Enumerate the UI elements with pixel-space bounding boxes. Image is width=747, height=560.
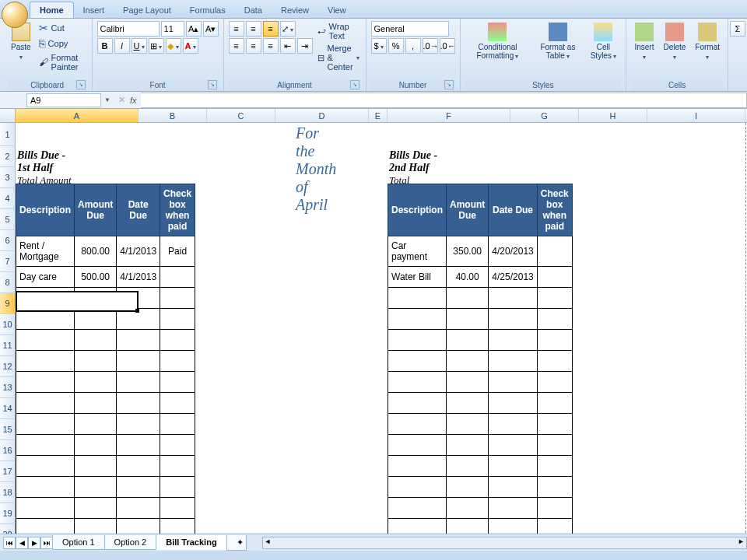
table-cell[interactable] (489, 393, 537, 414)
table-cell[interactable] (117, 372, 160, 393)
font-size-select[interactable] (161, 21, 184, 37)
row-header-11[interactable]: 11 (0, 335, 16, 356)
table-cell[interactable] (160, 267, 195, 288)
fx-label[interactable]: fx (130, 96, 137, 105)
col-header-g[interactable]: G (510, 109, 579, 122)
align-middle-button[interactable]: ≡ (246, 21, 261, 37)
table-cell[interactable] (117, 435, 160, 456)
row-header-6[interactable]: 6 (0, 230, 16, 251)
table-cell[interactable] (75, 372, 117, 393)
table-cell[interactable] (16, 372, 75, 393)
tab-home[interactable]: Home (30, 2, 74, 18)
sheet-nav-first[interactable]: ⏮ (3, 537, 16, 549)
table-cell[interactable] (75, 456, 117, 477)
table-cell[interactable] (537, 309, 572, 330)
table-cell[interactable] (489, 498, 537, 519)
fill-color-button[interactable]: ◆ (166, 38, 181, 54)
row-header-5[interactable]: 5 (0, 209, 16, 230)
col-header-i[interactable]: I (647, 109, 745, 122)
align-right-button[interactable]: ≡ (263, 38, 279, 54)
table-cell[interactable] (117, 477, 160, 498)
table-cell[interactable] (489, 414, 537, 435)
table-cell[interactable] (537, 236, 572, 267)
row-header-12[interactable]: 12 (0, 356, 16, 377)
table-cell[interactable] (117, 351, 160, 372)
table-cell[interactable]: 4/20/2013 (489, 236, 537, 267)
table-cell[interactable] (388, 393, 447, 414)
col-header-d[interactable]: D (275, 109, 369, 122)
underline-button[interactable]: U (132, 38, 147, 54)
table-cell[interactable] (75, 498, 117, 519)
table-cell[interactable] (117, 456, 160, 477)
row-header-18[interactable]: 18 (0, 482, 16, 503)
spreadsheet-grid[interactable]: ABCDEFGHI 123456789101112131415161718192… (0, 109, 747, 544)
table-cell[interactable] (489, 309, 537, 330)
conditional-formatting-button[interactable]: Conditional Formatting (465, 21, 531, 62)
table-cell[interactable] (75, 435, 117, 456)
tab-data[interactable]: Data (235, 2, 272, 18)
col-header-c[interactable]: C (207, 109, 275, 122)
format-painter-button[interactable]: Format Painter (37, 52, 87, 72)
table-cell[interactable]: 500.00 (75, 267, 117, 288)
table-cell[interactable] (160, 330, 195, 351)
align-center-button[interactable]: ≡ (246, 38, 261, 54)
copy-button[interactable]: Copy (37, 37, 87, 51)
table-cell[interactable] (537, 288, 572, 309)
table-cell[interactable] (117, 393, 160, 414)
table-cell[interactable] (537, 351, 572, 372)
increase-indent-button[interactable]: ⇥ (297, 38, 313, 54)
row-header-4[interactable]: 4 (0, 188, 16, 209)
increase-decimal-button[interactable]: .0→ (423, 38, 438, 54)
table-cell[interactable] (537, 372, 572, 393)
table-cell[interactable] (160, 351, 195, 372)
table-cell[interactable] (489, 456, 537, 477)
table-cell[interactable] (160, 477, 195, 498)
table-cell[interactable]: 800.00 (75, 236, 117, 267)
table-cell[interactable] (489, 288, 537, 309)
align-bottom-button[interactable]: ≡ (263, 21, 279, 37)
clipboard-dialog-launcher[interactable]: ↘ (76, 80, 86, 89)
table-cell[interactable] (537, 477, 572, 498)
alignment-dialog-launcher[interactable]: ↘ (350, 80, 359, 89)
merge-center-button[interactable]: ⊟ Merge & Center (316, 43, 361, 72)
format-as-table-button[interactable]: Format as Table (533, 21, 582, 62)
name-box[interactable] (26, 93, 101, 107)
table-cell[interactable] (537, 393, 572, 414)
font-dialog-launcher[interactable]: ↘ (208, 80, 217, 89)
table-cell[interactable] (447, 288, 489, 309)
table-cell[interactable] (75, 477, 117, 498)
col-header-f[interactable]: F (388, 109, 510, 122)
table-cell[interactable] (388, 435, 447, 456)
insert-cells-button[interactable]: Insert (631, 21, 657, 63)
table-cell[interactable] (160, 414, 195, 435)
row-header-16[interactable]: 16 (0, 440, 16, 461)
table-cell[interactable]: 40.00 (447, 267, 489, 288)
row-header-8[interactable]: 8 (0, 272, 16, 293)
dropdown-icon[interactable]: ▼ (104, 96, 110, 103)
table-cell[interactable] (537, 435, 572, 456)
cut-button[interactable]: Cut (37, 21, 87, 35)
autosum-button[interactable]: Σ (730, 21, 745, 37)
table-cell[interactable] (537, 330, 572, 351)
table-cell[interactable] (489, 435, 537, 456)
row-header-13[interactable]: 13 (0, 377, 16, 398)
table-cell[interactable]: Water Bill (388, 267, 447, 288)
new-sheet-button[interactable]: ✦ (226, 535, 247, 551)
col-header-a[interactable]: A (16, 109, 139, 122)
delete-cells-button[interactable]: Delete (660, 21, 689, 63)
decrease-decimal-button[interactable]: .0← (440, 38, 455, 54)
tab-formulas[interactable]: Formulas (181, 2, 235, 18)
table-cell[interactable] (537, 498, 572, 519)
table-cell[interactable] (447, 456, 489, 477)
table-cell[interactable] (75, 351, 117, 372)
table-cell[interactable] (537, 456, 572, 477)
grow-font-button[interactable]: A▴ (186, 21, 202, 37)
table-cell[interactable] (16, 498, 75, 519)
sheet-tab-option-2[interactable]: Option 2 (104, 535, 157, 550)
table-cell[interactable] (537, 414, 572, 435)
table-cell[interactable] (489, 330, 537, 351)
accounting-format-button[interactable]: $ (371, 38, 387, 54)
row-header-17[interactable]: 17 (0, 461, 16, 482)
table-cell[interactable] (388, 309, 447, 330)
tab-review[interactable]: Review (272, 2, 318, 18)
